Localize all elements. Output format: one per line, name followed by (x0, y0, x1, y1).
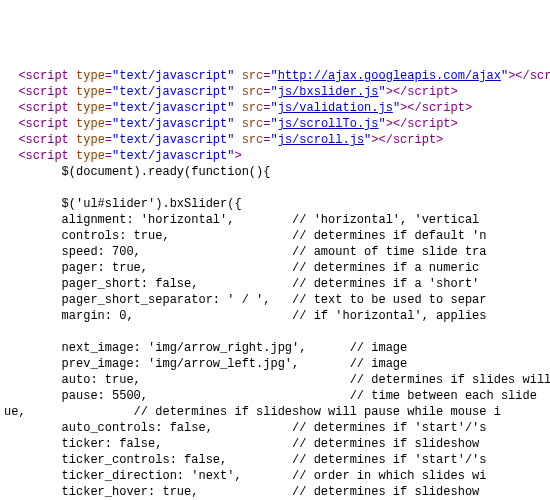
code-line: ticker_controls: false, // determines if… (4, 452, 546, 468)
code-line: <script type="text/javascript" src="js/v… (4, 100, 546, 116)
code-line: pager_short: false, // determines if a '… (4, 276, 546, 292)
code-line: $('ul#slider').bxSlider({ (4, 196, 546, 212)
code-line: <script type="text/javascript"> (4, 148, 546, 164)
code-line (4, 180, 546, 196)
code-line: speed: 700, // amount of time slide tra (4, 244, 546, 260)
code-editor-view: <script type="text/javascript" src="http… (4, 68, 546, 500)
code-line: pager: true, // determines if a numeric (4, 260, 546, 276)
code-line: pager_short_separator: ' / ', // text to… (4, 292, 546, 308)
code-line: <script type="text/javascript" src="js/b… (4, 84, 546, 100)
code-line: ticker_hover: true, // determines if sli… (4, 484, 546, 500)
code-line: pause: 5500, // time between each slide (4, 388, 546, 404)
script-src-link[interactable]: http://ajax.googleapis.com/ajax (278, 69, 501, 83)
code-line: <script type="text/javascript" src="js/s… (4, 132, 546, 148)
script-src-link[interactable]: js/validation.js (278, 101, 393, 115)
code-line: controls: true, // determines if default… (4, 228, 546, 244)
code-line: <script type="text/javascript" src="js/s… (4, 116, 546, 132)
script-src-link[interactable]: js/scroll.js (278, 133, 364, 147)
code-line: margin: 0, // if 'horizontal', applies (4, 308, 546, 324)
script-src-link[interactable]: js/bxslider.js (278, 85, 379, 99)
code-line: $(document).ready(function(){ (4, 164, 546, 180)
code-line: auto: true, // determines if slides will (4, 372, 546, 388)
code-line: ticker_direction: 'next', // order in wh… (4, 468, 546, 484)
code-line: auto_controls: false, // determines if '… (4, 420, 546, 436)
script-src-link[interactable]: js/scrollTo.js (278, 117, 379, 131)
code-line: ue, // determines if slideshow will paus… (4, 404, 546, 420)
code-line (4, 324, 546, 340)
code-line: next_image: 'img/arrow_right.jpg', // im… (4, 340, 546, 356)
code-line: ticker: false, // determines if slidesho… (4, 436, 546, 452)
code-line: prev_image: 'img/arrow_left.jpg', // ima… (4, 356, 546, 372)
code-line: <script type="text/javascript" src="http… (4, 68, 546, 84)
code-line: alignment: 'horizontal', // 'horizontal'… (4, 212, 546, 228)
